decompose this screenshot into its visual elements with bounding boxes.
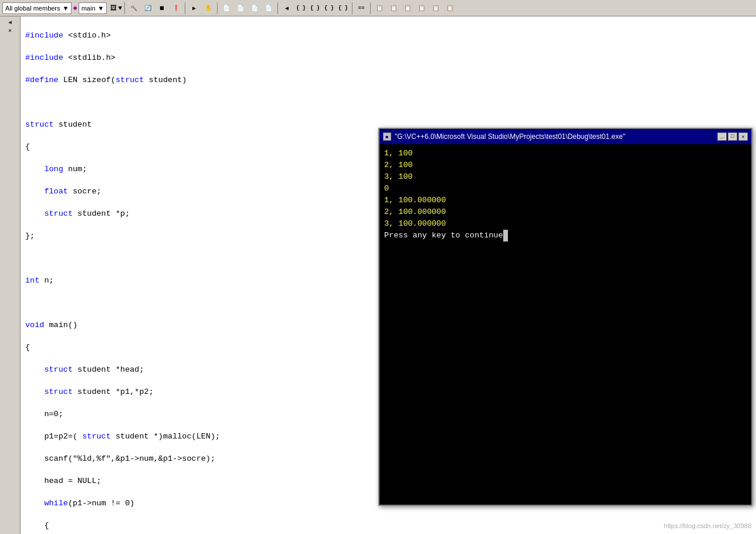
code-line-2: #include <stdlib.h>: [25, 52, 751, 63]
dropdown2-arrow[interactable]: ▼: [98, 5, 104, 12]
image-icon: 🖼: [110, 4, 117, 12]
terminal-titlebar[interactable]: ■ "G:\VC++6.0\Microsoft Visual Studio\My…: [379, 129, 751, 144]
back-btn[interactable]: ◀: [280, 2, 293, 15]
extra2-btn[interactable]: 📋: [387, 2, 400, 15]
build-btn[interactable]: 🔨: [127, 2, 140, 15]
extra5-btn[interactable]: 📋: [429, 2, 442, 15]
sep4: [277, 2, 278, 14]
nav-btn4[interactable]: 📄: [262, 2, 275, 15]
gutter-x[interactable]: ✕: [8, 27, 12, 34]
collapse-arrow[interactable]: ◀: [8, 19, 12, 26]
close-btn[interactable]: ✕: [738, 132, 748, 141]
terminal-line-7: 3, 100.000000: [384, 218, 747, 230]
stop-btn[interactable]: ⏹: [155, 2, 168, 15]
left-gutter: ◀ ✕: [0, 16, 21, 534]
code-line-1: #include <stdio.h>: [25, 30, 751, 41]
terminal-line-5: 1, 100.000000: [384, 195, 747, 206]
minimize-btn[interactable]: _: [717, 132, 727, 141]
terminal-body: 1, 100 2, 100 3, 100 0 1, 100.000000 2, …: [379, 144, 751, 505]
brace1-btn[interactable]: { }: [294, 2, 307, 15]
sep2: [185, 2, 185, 14]
global-members-dropdown[interactable]: All global members ▼: [2, 2, 72, 14]
main-label: main: [82, 5, 96, 12]
terminal-line-8: Press any key to continue: [384, 230, 747, 242]
terminal-window: ■ "G:\VC++6.0\Microsoft Visual Studio\My…: [378, 128, 752, 506]
terminal-line-4: 0: [384, 183, 747, 195]
terminal-line-1: 1, 100: [384, 148, 747, 159]
terminal-title: "G:\VC++6.0\Microsoft Visual Studio\MyPr…: [395, 132, 714, 141]
terminal-line-3: 3, 100: [384, 171, 747, 183]
terminal-line-6: 2, 100.000000: [384, 206, 747, 218]
code-line-3: #define LEN sizeof(struct student): [25, 74, 751, 86]
nav-btn3[interactable]: 📄: [248, 2, 261, 15]
main-area: ◀ ✕ #include <stdio.h> #include <stdlib.…: [0, 16, 756, 534]
code-line-23: {: [25, 520, 751, 531]
dropdown1-arrow[interactable]: ▼: [63, 5, 69, 12]
sep1: [124, 2, 125, 14]
run-btn[interactable]: ▶: [188, 2, 201, 15]
hand-btn[interactable]: ✋: [202, 2, 215, 15]
code-line-4: [25, 97, 751, 108]
terminal-controls: _ □ ✕: [717, 132, 748, 141]
diamond-icon: ◆: [73, 4, 77, 12]
nav-btn1[interactable]: 📄: [220, 2, 233, 15]
main-dropdown[interactable]: main ▼: [79, 2, 107, 14]
rebuild-btn[interactable]: 🔄: [141, 2, 154, 15]
terminal-app-icon: ■: [383, 132, 391, 141]
sep5: [352, 2, 352, 14]
debug-btn[interactable]: ≡≡: [355, 2, 368, 15]
extra3-btn[interactable]: 📋: [401, 2, 414, 15]
toolbar: All global members ▼ ◆ main ▼ 🖼 ▼ 🔨 🔄 ⏹ …: [0, 0, 756, 16]
watermark: https://blog.csdn.net/zy_30988: [664, 522, 751, 529]
nav-btn2[interactable]: 📄: [234, 2, 247, 15]
error-btn[interactable]: ❗: [169, 2, 182, 15]
brace2-btn[interactable]: { }: [308, 2, 321, 15]
extra1-btn[interactable]: 📋: [373, 2, 386, 15]
sep3: [217, 2, 218, 14]
terminal-line-2: 2, 100: [384, 159, 747, 171]
extra4-btn[interactable]: 📋: [415, 2, 428, 15]
global-members-label: All global members: [5, 5, 60, 12]
brace3-btn[interactable]: { }: [323, 2, 335, 15]
sep6: [370, 2, 371, 14]
image-dropdown-arrow[interactable]: ▼: [118, 5, 122, 12]
maximize-btn[interactable]: □: [728, 132, 737, 141]
brace4-btn[interactable]: { }: [337, 2, 350, 15]
extra6-btn[interactable]: 📋: [443, 2, 456, 15]
